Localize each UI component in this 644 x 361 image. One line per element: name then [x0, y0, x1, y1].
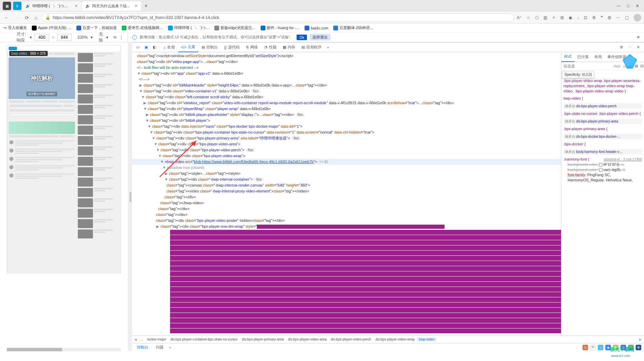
layout-tab[interactable]: 布局 — [591, 52, 605, 62]
tree-node[interactable]: class="tag"></div> — [132, 212, 561, 218]
tree-node[interactable]: ▼ class="tag"><div id="bilibili-player"> — [132, 118, 561, 124]
tree-node[interactable]: ▼ class="tag"><div class="left-container… — [132, 94, 561, 100]
dropdown-icon[interactable]: ▾ — [30, 35, 32, 40]
gift-icon[interactable]: ❞ — [601, 15, 603, 20]
bookmark-item[interactable]: 百度翻译-200种语… — [333, 25, 374, 30]
tree-node[interactable]: ▶ class="tag"><div id="biliMainHeader" s… — [132, 82, 561, 88]
reco-item[interactable] — [78, 198, 113, 207]
computed-tab[interactable]: 已计算 — [575, 52, 591, 62]
collections-icon[interactable]: ✧ — [552, 15, 556, 20]
more-icon[interactable]: ⋯ — [626, 44, 634, 51]
add-tab-icon[interactable]: + — [325, 44, 331, 51]
tree-node[interactable]: ▼ class="tag"><div class="video-containe… — [132, 88, 561, 94]
apps-icon[interactable]: ⊞ — [608, 15, 611, 20]
inspect-icon[interactable]: ▭ — [134, 44, 142, 51]
reco-item[interactable] — [78, 126, 113, 135]
reco-item[interactable] — [78, 74, 113, 83]
reco-item[interactable] — [78, 219, 113, 228]
ok-button[interactable]: Ok — [297, 35, 307, 40]
tree-node[interactable]: class="tag"><canvas class="-bwp-internal… — [132, 182, 561, 188]
tab-performance[interactable]: ◔性能 — [261, 43, 279, 52]
tab-memory[interactable]: ▦内存 — [280, 43, 298, 52]
puzzle-icon[interactable]: ⊡ — [584, 15, 587, 20]
bookmark-item[interactable]: 爱奇艺-在线视频网… — [122, 25, 164, 30]
shield-icon[interactable]: ⬡ — [535, 15, 539, 20]
bookmark-item[interactable]: 新版edge浏览器怎… — [214, 25, 255, 30]
breadcrumb-item[interactable]: locker-major — [145, 337, 168, 341]
tree-node[interactable]: ▼ <bwp-video src="blob:https://www.bilib… — [132, 159, 561, 165]
extensions-icon[interactable]: ⊞ — [560, 15, 564, 20]
close-infobar-icon[interactable]: ✕ — [637, 35, 640, 39]
tree-node[interactable]: class="tag"></div> — [132, 194, 561, 200]
breadcrumb-item[interactable]: bwp-video — [417, 337, 437, 341]
opt-out-button[interactable]: 选择退出 — [310, 34, 330, 40]
tab-application[interactable]: ▤应用程序 — [299, 43, 324, 52]
bilibili-app-icon[interactable]: b — [13, 2, 21, 10]
book-icon[interactable]: ▤ — [640, 64, 644, 68]
tree-node[interactable]: ▼ class="tag"><div class="bpx-player-vid… — [132, 141, 561, 147]
elements-tree[interactable]: class="tag"><script>window.setSizeStyle=… — [132, 52, 561, 335]
tree-node[interactable]: ▶ class="tag"><div class="bpx-player-row… — [132, 224, 561, 229]
video-player[interactable]: 神佐解析 也没爱过计生成吹响打 — [9, 57, 75, 99]
tree-node[interactable]: ▼ class="tag"><div class="bpx-player-con… — [132, 129, 561, 135]
css-rule[interactable]: .bpx-docker {</span></div><div class="pr… — [563, 142, 642, 147]
reco-item[interactable] — [78, 167, 113, 176]
favorite-icon[interactable]: ☆ — [526, 15, 530, 20]
tab-network[interactable]: ⇅网络 — [243, 43, 261, 52]
breadcrumb-item[interactable]: … — [138, 337, 145, 341]
tree-node[interactable]: class="tag"></bwp-video> — [132, 200, 561, 206]
tree-node[interactable]: class="tag"><video class="-bwp-internal-… — [132, 188, 561, 194]
window-close[interactable]: ✕ — [636, 3, 639, 8]
css-rule[interactable]: .bpx-state-no-cursor .bpx-player-video-p… — [563, 111, 642, 116]
new-tab-button[interactable]: + — [141, 3, 151, 9]
tab-console[interactable]: ▤控制台 — [199, 43, 221, 52]
add-drawer-tab-icon[interactable]: + — [169, 345, 171, 350]
reco-item[interactable] — [78, 53, 113, 62]
styles-rules[interactable]: Specificity: (0,2,0) element.style {.bpx… — [561, 70, 644, 335]
hov-toggle[interactable]: :hov — [613, 64, 620, 68]
tree-node[interactable]: ▼ class="tag"><div class="-bwp-internal-… — [132, 177, 561, 182]
pane-splitter[interactable] — [128, 42, 132, 351]
home-button[interactable]: ⌂ — [33, 13, 39, 22]
browser-tab-active[interactable]: 🔊 阿天为什么自杀？结局你… ✕ — [82, 1, 141, 11]
reco-item[interactable] — [78, 229, 113, 238]
css-rule[interactable]: 继承自 body.harmony-font.header-v… — [563, 149, 642, 155]
split-icon[interactable]: ▥ — [543, 15, 547, 20]
avatar[interactable] — [634, 14, 641, 21]
dock-icon[interactable]: ◧ — [151, 44, 158, 51]
breadcrumb-item[interactable]: div.bpx-player-container.bpx.state-no-cu… — [168, 337, 240, 341]
tray-ime-icon[interactable]: 中 — [590, 345, 596, 350]
tree-node[interactable]: <!-- built files will be auto injected -… — [132, 65, 561, 71]
reco-item[interactable] — [78, 209, 113, 218]
css-rule[interactable]: 继承自 div.bpx-player-primary-area — [563, 118, 642, 124]
tree-node[interactable]: ▼ class="tag"><div id="app" class="app-v… — [132, 71, 561, 76]
css-rule[interactable]: bwp-video {</span></div><div class="prop… — [563, 96, 642, 101]
close-tab-icon[interactable]: ✕ — [75, 4, 78, 8]
refresh-button[interactable]: ⟳ — [24, 13, 30, 22]
breadcrumb-item[interactable]: div.bpx-player-video-wrap — [373, 337, 417, 341]
zoom-select[interactable]: 100% — [77, 35, 88, 40]
reco-item[interactable] — [78, 84, 113, 93]
console-tab[interactable]: 控制台 — [135, 343, 150, 351]
read-aloud-icon[interactable]: A⁺ — [517, 15, 522, 20]
import-bookmarks[interactable]: ↪导入收藏夹 — [3, 25, 27, 30]
url-input[interactable]: 🔒 https://www.bilibili.com/video/BV1TX4y… — [41, 13, 514, 22]
bc-left-icon[interactable]: ◀ — [133, 337, 138, 341]
more-icon[interactable]: ⋮ — [119, 35, 123, 40]
tray-icon[interactable]: ↓ — [598, 345, 603, 350]
tree-node[interactable]: ▼ class="tag"><div class="bpx-player-pri… — [132, 135, 561, 141]
bookmark-item[interactable]: 百度一下，你就知道 — [76, 25, 117, 30]
reco-item[interactable] — [78, 105, 113, 114]
reco-item[interactable] — [78, 94, 113, 103]
tree-node[interactable]: class="tag"></div> — [132, 206, 561, 212]
reco-item[interactable] — [78, 136, 113, 145]
tree-node[interactable]: ▶ class="tag"><div id="viewbox_report" c… — [132, 100, 561, 106]
breadcrumb-item[interactable]: div.bpx-player-video-perch — [329, 337, 373, 341]
width-input[interactable] — [35, 34, 49, 41]
tree-node[interactable]: ▶ class="tag"><style>…class="tag"></styl… — [132, 171, 561, 177]
tree-node[interactable]: class="tag"><div id="video-page-app">…cl… — [132, 59, 561, 65]
reco-item[interactable] — [78, 63, 113, 72]
bookmark-item[interactable]: 邮件 - huang bo -… — [261, 25, 300, 30]
gear-icon[interactable]: ⚙ — [592, 15, 596, 20]
downloads-icon[interactable]: ↓ — [577, 15, 579, 20]
